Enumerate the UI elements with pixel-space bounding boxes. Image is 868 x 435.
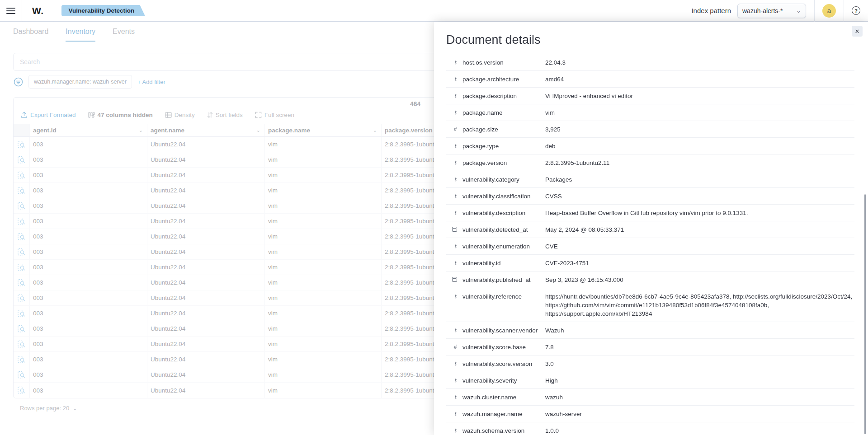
field-name[interactable]: vulnerability.classification — [462, 192, 545, 201]
field-value: CVSS — [545, 192, 854, 201]
flyout-title: Document details — [434, 22, 868, 47]
field-name[interactable]: wazuh.manager.name — [462, 410, 545, 418]
document-field-row: wazuh.schema.version 1.0.0 — [446, 422, 854, 435]
document-field-row: package.version 2:8.2.3995-1ubuntu2.11 — [446, 154, 854, 171]
field-type-icon — [452, 227, 457, 232]
field-type-icon — [452, 175, 458, 184]
breadcrumb[interactable]: Vulnerability Detection — [61, 5, 146, 16]
document-field-row: package.description Vi IMproved - enhanc… — [446, 88, 854, 104]
document-field-row: vulnerability.score.version 3.0 — [446, 355, 854, 372]
field-name[interactable]: vulnerability.severity — [462, 376, 545, 385]
field-name[interactable]: package.type — [462, 142, 545, 150]
field-value: 1.0.0 — [545, 426, 854, 435]
topbar-divider — [814, 0, 815, 22]
field-type-icon — [452, 125, 458, 134]
field-value: 7.8 — [545, 343, 854, 351]
field-type-icon — [452, 108, 458, 117]
field-type-icon — [452, 393, 458, 402]
field-value: Packages — [545, 175, 854, 184]
field-type-icon — [452, 242, 458, 251]
document-field-row: wazuh.cluster.name wazuh — [446, 389, 854, 406]
document-field-row: vulnerability.reference https://huntr.de… — [446, 288, 854, 322]
field-type-icon — [452, 259, 458, 267]
top-bar: W. Vulnerability Detection Index pattern… — [0, 0, 868, 22]
field-name[interactable]: vulnerability.enumeration — [462, 242, 545, 251]
document-details-flyout: ✕ Document details host.os.version 22.04… — [434, 22, 868, 435]
field-type-icon — [452, 58, 458, 67]
field-type-icon — [452, 426, 458, 435]
close-icon: ✕ — [855, 28, 860, 35]
field-type-icon — [452, 376, 458, 385]
topbar-right: Index pattern wazuh-alerts-* ⌄ a ? — [691, 0, 868, 21]
document-field-row: package.architecture amd64 — [446, 71, 854, 88]
avatar[interactable]: a — [822, 4, 836, 18]
help-icon[interactable]: ? — [852, 6, 860, 15]
document-field-row: vulnerability.score.base 7.8 — [446, 339, 854, 355]
document-field-row: package.size 3,925 — [446, 121, 854, 138]
field-name[interactable]: wazuh.cluster.name — [462, 393, 545, 402]
field-type-icon — [452, 360, 458, 368]
document-field-row: vulnerability.scanner.vendor Wazuh — [446, 322, 854, 339]
document-field-row: vulnerability.category Packages — [446, 171, 854, 188]
field-name[interactable]: vulnerability.reference — [462, 292, 545, 301]
field-value: 22.04.3 — [545, 58, 854, 67]
field-value: amd64 — [545, 75, 854, 84]
document-field-row: vulnerability.detected_at May 2, 2024 @ … — [446, 221, 854, 238]
field-name[interactable]: package.name — [462, 108, 545, 117]
field-value: deb — [545, 142, 854, 150]
document-field-row: wazuh.manager.name wazuh-server — [446, 406, 854, 422]
hamburger-menu-button[interactable] — [0, 0, 22, 22]
close-flyout-button[interactable]: ✕ — [852, 26, 863, 37]
document-field-row: vulnerability.description Heap-based Buf… — [446, 205, 854, 221]
document-field-row: vulnerability.enumeration CVE — [446, 238, 854, 255]
field-value: May 2, 2024 @ 08:05:33.371 — [545, 225, 854, 234]
field-name[interactable]: vulnerability.category — [462, 175, 545, 184]
field-name[interactable]: vulnerability.description — [462, 209, 545, 217]
field-name[interactable]: vulnerability.published_at — [462, 276, 545, 284]
field-name[interactable]: package.version — [462, 159, 545, 167]
field-value: 3,925 — [545, 125, 854, 134]
field-type-icon — [452, 326, 458, 335]
index-pattern-value: wazuh-alerts-* — [742, 7, 783, 14]
field-value: CVE-2023-4751 — [545, 259, 854, 267]
field-name[interactable]: package.description — [462, 92, 545, 100]
field-value: wazuh-server — [545, 410, 854, 418]
field-name[interactable]: package.size — [462, 125, 545, 134]
field-name[interactable]: package.architecture — [462, 75, 545, 84]
field-value: Heap-based Buffer Overflow in GitHub rep… — [545, 209, 854, 217]
field-name[interactable]: vulnerability.detected_at — [462, 225, 545, 234]
field-name[interactable]: vulnerability.id — [462, 259, 545, 267]
chevron-down-icon: ⌄ — [796, 7, 801, 14]
document-field-row: vulnerability.classification CVSS — [446, 188, 854, 205]
field-type-icon — [452, 292, 458, 301]
field-name[interactable]: wazuh.schema.version — [462, 426, 545, 435]
field-type-icon — [452, 192, 458, 201]
topbar-divider — [844, 0, 844, 22]
field-type-icon — [452, 277, 457, 282]
document-fields-list: host.os.version 22.04.3 package.architec… — [446, 54, 854, 435]
field-type-icon — [452, 410, 458, 418]
vertical-scrollbar[interactable] — [864, 194, 866, 434]
document-field-row: package.type deb — [446, 138, 854, 154]
document-field-row: host.os.version 22.04.3 — [446, 54, 854, 71]
index-pattern-select[interactable]: wazuh-alerts-* ⌄ — [737, 4, 806, 18]
wazuh-logo[interactable]: W. — [22, 5, 54, 16]
field-type-icon — [452, 343, 458, 351]
field-name[interactable]: host.os.version — [462, 58, 545, 67]
field-type-icon — [452, 159, 458, 167]
document-field-row: package.name vim — [446, 104, 854, 121]
topbar-divider — [54, 0, 54, 22]
field-value: Sep 3, 2023 @ 16:15:43.000 — [545, 276, 854, 284]
document-field-row: vulnerability.published_at Sep 3, 2023 @… — [446, 271, 854, 288]
field-value: CVE — [545, 242, 854, 251]
field-type-icon — [452, 209, 458, 217]
field-type-icon — [452, 142, 458, 150]
field-value: https://huntr.dev/bounties/db7be8d6-6cb7… — [545, 292, 854, 318]
document-field-row: vulnerability.id CVE-2023-4751 — [446, 255, 854, 271]
field-value: 2:8.2.3995-1ubuntu2.11 — [545, 159, 854, 167]
field-name[interactable]: vulnerability.score.base — [462, 343, 545, 351]
field-value: Vi IMproved - enhanced vi editor — [545, 92, 854, 100]
field-value: wazuh — [545, 393, 854, 402]
field-name[interactable]: vulnerability.score.version — [462, 360, 545, 368]
field-name[interactable]: vulnerability.scanner.vendor — [462, 326, 545, 335]
